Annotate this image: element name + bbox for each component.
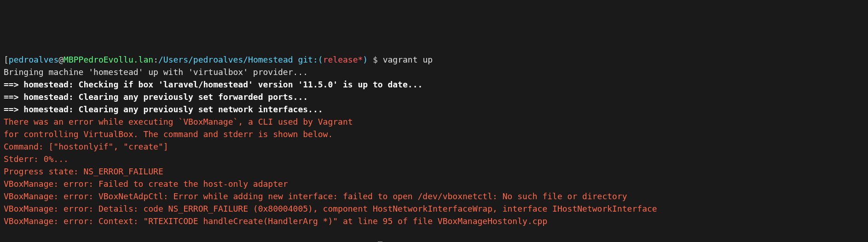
terminal-output: [pedroalves@MBPPedroEvollu.lan:/Users/pe…: [4, 53, 864, 242]
prompt-colon: :: [153, 55, 158, 64]
prompt-bracket-open: [: [4, 55, 9, 64]
blank-line: [4, 227, 864, 240]
error-line: There was an error while executing `VBox…: [4, 115, 864, 128]
prompt-host: MBPPedroEvollu.lan: [64, 55, 153, 64]
command-input: vagrant up: [383, 55, 433, 64]
error-line: for controlling VirtualBox. The command …: [4, 128, 864, 140]
error-line: VBoxManage: error: Context: "RTEXITCODE …: [4, 215, 864, 227]
error-line: Progress state: NS_ERROR_FAILURE: [4, 165, 864, 178]
output-line-bold: ==> homestead: Checking if box 'laravel/…: [4, 78, 864, 91]
prompt-git-close: ): [363, 55, 368, 64]
error-line: Stderr: 0%...: [4, 153, 864, 165]
error-line: VBoxManage: error: VBoxNetAdpCtl: Error …: [4, 190, 864, 202]
error-line: VBoxManage: error: Failed to create the …: [4, 178, 864, 190]
error-line: Command: ["hostonlyif", "create"]: [4, 140, 864, 153]
prompt-at: @: [58, 55, 64, 64]
output-line-bold: ==> homestead: Clearing any previously s…: [4, 91, 864, 103]
output-line: Bringing machine 'homestead' up with 'vi…: [4, 66, 864, 78]
error-line: VBoxManage: error: Details: code NS_ERRO…: [4, 202, 864, 215]
prompt-line-1: [pedroalves@MBPPedroEvollu.lan:/Users/pe…: [4, 53, 864, 66]
prompt-user: pedroalves: [9, 55, 58, 64]
prompt-dollar: $: [368, 55, 383, 64]
prompt-git-label: git:(: [293, 55, 323, 64]
prompt-path: /Users/pedroalves/Homestead: [158, 55, 293, 64]
prompt-git-branch: release*: [323, 55, 363, 64]
prompt-line-2[interactable]: pedroalves@MBPPedroEvollu.lan:/Users/ped…: [4, 240, 864, 242]
output-line-bold: ==> homestead: Clearing any previously s…: [4, 103, 864, 115]
